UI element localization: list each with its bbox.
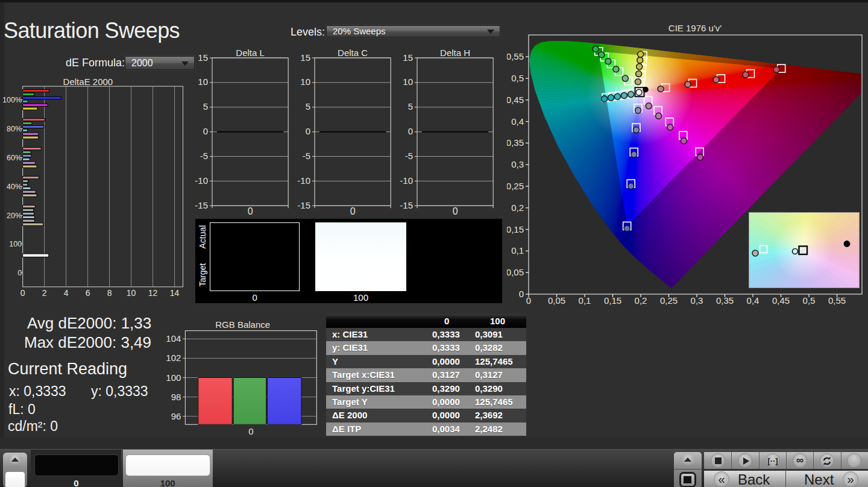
svg-text:0: 0: [519, 289, 524, 299]
svg-text:0,15: 0,15: [507, 224, 524, 234]
svg-text:0,45: 0,45: [507, 95, 524, 105]
svg-text:0,2: 0,2: [511, 203, 524, 213]
svg-text:0,4: 0,4: [747, 295, 760, 306]
svg-text:0,45: 0,45: [772, 295, 790, 306]
svg-text:0,2: 0,2: [635, 295, 647, 306]
svg-text:0,1: 0,1: [511, 245, 524, 256]
svg-text:102: 102: [166, 353, 181, 363]
svg-text:0,05: 0,05: [507, 267, 524, 277]
svg-text:0,5: 0,5: [803, 295, 816, 306]
svg-text:-10: -10: [400, 175, 414, 186]
svg-text:0: 0: [408, 126, 413, 136]
svg-text:0,35: 0,35: [507, 137, 524, 148]
svg-text:0: 0: [526, 295, 531, 306]
svg-text:104: 104: [166, 333, 181, 344]
svg-text:0,05: 0,05: [548, 295, 565, 306]
svg-text:0,4: 0,4: [511, 116, 524, 127]
svg-text:0,55: 0,55: [507, 51, 524, 61]
svg-text:0,25: 0,25: [660, 295, 678, 306]
svg-text:0: 0: [248, 426, 253, 436]
svg-text:0: 0: [350, 206, 356, 216]
svg-text:0: 0: [453, 206, 458, 216]
svg-text:15: 15: [403, 52, 414, 63]
svg-text:96: 96: [171, 411, 181, 421]
svg-text:0,5: 0,5: [511, 73, 524, 83]
svg-text:10: 10: [403, 77, 414, 87]
svg-text:-15: -15: [400, 200, 414, 210]
svg-text:98: 98: [171, 392, 181, 402]
svg-text:5: 5: [408, 101, 413, 112]
svg-text:0,3: 0,3: [691, 295, 703, 306]
svg-text:-5: -5: [405, 151, 413, 161]
svg-text:Delta C: Delta C: [338, 48, 368, 58]
svg-text:100: 100: [166, 372, 181, 383]
svg-text:0,25: 0,25: [507, 181, 524, 191]
svg-text:0,15: 0,15: [604, 295, 621, 306]
svg-text:CIE 1976 u'v': CIE 1976 u'v': [668, 23, 722, 33]
svg-text:0,55: 0,55: [828, 295, 846, 306]
svg-text:Delta H: Delta H: [440, 48, 470, 58]
svg-text:0,35: 0,35: [716, 295, 734, 306]
svg-text:0,3: 0,3: [511, 159, 524, 169]
svg-text:RGB Balance: RGB Balance: [215, 319, 270, 330]
svg-text:0,1: 0,1: [579, 295, 591, 306]
